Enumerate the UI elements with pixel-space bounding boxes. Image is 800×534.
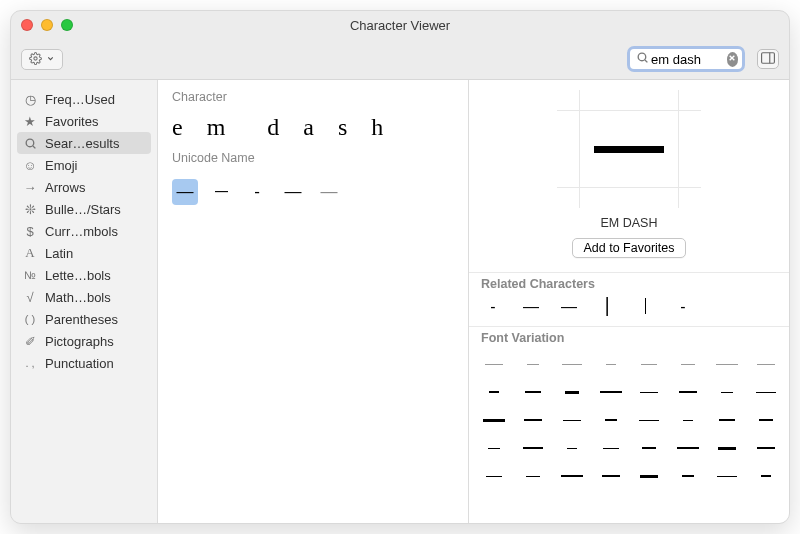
font-variation-label: Font Variation <box>469 326 789 351</box>
clear-search-button[interactable] <box>727 52 738 67</box>
panel-toggle-button[interactable] <box>757 49 779 69</box>
svg-line-8 <box>32 145 34 147</box>
numero-icon: № <box>22 269 38 281</box>
svg-point-7 <box>26 139 34 147</box>
related-char[interactable]: — <box>557 298 581 316</box>
font-variation-glyph[interactable] <box>559 411 585 429</box>
sidebar-item-parentheses[interactable]: ( ) Parentheses <box>17 308 151 330</box>
toolbar <box>11 39 789 80</box>
sidebar-item-emoji[interactable]: ☺ Emoji <box>17 154 151 176</box>
add-to-favorites-button[interactable]: Add to Favorites <box>572 238 685 258</box>
font-variation-glyph[interactable] <box>520 383 546 401</box>
sidebar-item-bullets[interactable]: ❊ Bulle…/Stars <box>17 198 151 220</box>
content-area: ◷ Freq…Used ★ Favorites Sear…esults ☺ Em… <box>11 80 789 523</box>
sidebar-item-pictographs[interactable]: ✐ Pictographs <box>17 330 151 352</box>
font-variation-glyph[interactable] <box>675 383 701 401</box>
sidebar-item-math[interactable]: √ Math…bols <box>17 286 151 308</box>
font-variation-glyph[interactable] <box>598 383 624 401</box>
asterisk-icon: ❊ <box>22 202 38 217</box>
font-variation-glyph[interactable] <box>559 383 585 401</box>
font-variation-glyph[interactable] <box>714 411 740 429</box>
font-variation-glyph[interactable] <box>481 383 507 401</box>
sidebar-item-arrows[interactable]: → Arrows <box>17 176 151 198</box>
character-decomposition: e m d a s h <box>172 114 454 141</box>
font-variation-glyph[interactable] <box>481 411 507 429</box>
sidebar-item-label: Arrows <box>45 180 85 195</box>
sidebar-item-frequent[interactable]: ◷ Freq…Used <box>17 88 151 110</box>
sidebar-item-currency[interactable]: $ Curr…mbols <box>17 220 151 242</box>
dollar-icon: $ <box>22 224 38 239</box>
font-variation-glyph[interactable] <box>520 411 546 429</box>
view-options-button[interactable] <box>21 49 63 70</box>
font-variation-glyph[interactable] <box>714 355 740 373</box>
window-title: Character Viewer <box>11 18 789 33</box>
sidebar-item-favorites[interactable]: ★ Favorites <box>17 110 151 132</box>
font-variation-glyph[interactable] <box>714 383 740 401</box>
related-char[interactable]: - <box>481 298 505 316</box>
star-icon: ★ <box>22 114 38 129</box>
font-variation-glyph[interactable] <box>598 467 624 485</box>
font-variation-glyph[interactable] <box>520 439 546 457</box>
font-variation-glyph[interactable] <box>636 355 662 373</box>
related-char[interactable]: ⎮ <box>595 297 619 316</box>
candidate-glyph[interactable]: ⸺ <box>208 179 234 205</box>
sidebar-item-punctuation[interactable]: . , Punctuation <box>17 352 151 374</box>
font-variation-glyph[interactable] <box>559 467 585 485</box>
font-variation-glyph[interactable] <box>675 355 701 373</box>
font-variation-glyph[interactable] <box>481 355 507 373</box>
font-variation-glyph[interactable] <box>598 439 624 457</box>
sqrt-icon: √ <box>22 290 38 305</box>
sidebar-item-search-results[interactable]: Sear…esults <box>17 132 151 154</box>
font-variation-glyph[interactable] <box>636 439 662 457</box>
font-variation-glyph[interactable] <box>559 355 585 373</box>
font-variation-glyph[interactable] <box>636 467 662 485</box>
decomp-char: m <box>207 114 232 141</box>
font-variation-glyph[interactable] <box>481 439 507 457</box>
font-variation-glyph[interactable] <box>753 467 779 485</box>
svg-line-2 <box>645 60 647 62</box>
font-variation-glyph[interactable] <box>753 355 779 373</box>
font-variation-glyph[interactable] <box>598 411 624 429</box>
font-variation-glyph[interactable] <box>520 467 546 485</box>
font-variation-glyph[interactable] <box>559 439 585 457</box>
font-variation-glyph[interactable] <box>753 411 779 429</box>
candidate-glyph[interactable]: — <box>316 179 342 205</box>
decomp-char: d <box>267 114 285 141</box>
search-field[interactable] <box>627 46 745 72</box>
decomp-char: a <box>303 114 320 141</box>
related-char[interactable]: — <box>519 298 543 316</box>
sidebar-item-label: Math…bols <box>45 290 111 305</box>
sidebar-item-label: Bulle…/Stars <box>45 202 121 217</box>
font-variation-glyph[interactable] <box>520 355 546 373</box>
font-variation-glyph[interactable] <box>598 355 624 373</box>
sidebar-item-label: Curr…mbols <box>45 224 118 239</box>
zoom-window-button[interactable] <box>61 19 73 31</box>
candidate-glyph[interactable]: — <box>280 179 306 205</box>
font-variation-glyph[interactable] <box>753 383 779 401</box>
font-variation-glyph[interactable] <box>753 439 779 457</box>
font-variation-glyph[interactable] <box>675 467 701 485</box>
sidebar-item-label: Latin <box>45 246 73 261</box>
glyph-preview[interactable] <box>557 90 701 208</box>
sidebar-item-latin[interactable]: A Latin <box>17 242 151 264</box>
related-char[interactable]: - <box>671 298 695 316</box>
close-window-button[interactable] <box>21 19 33 31</box>
minimize-window-button[interactable] <box>41 19 53 31</box>
parens-icon: ( ) <box>22 313 38 325</box>
candidate-glyph[interactable]: - <box>244 179 270 205</box>
category-sidebar: ◷ Freq…Used ★ Favorites Sear…esults ☺ Em… <box>11 80 158 523</box>
font-variation-glyph[interactable] <box>636 383 662 401</box>
font-variation-glyph[interactable] <box>714 439 740 457</box>
magnify-icon <box>22 137 38 150</box>
candidate-glyph-selected[interactable]: — <box>172 179 198 205</box>
search-input[interactable] <box>649 52 727 67</box>
sidebar-item-letterlike[interactable]: № Lette…bols <box>17 264 151 286</box>
font-variation-glyph[interactable] <box>675 411 701 429</box>
font-variation-glyph[interactable] <box>714 467 740 485</box>
font-variation-glyph[interactable] <box>636 411 662 429</box>
related-char[interactable]: ￨ <box>633 298 657 316</box>
svg-rect-5 <box>762 52 775 63</box>
font-variation-glyph[interactable] <box>481 467 507 485</box>
svg-point-0 <box>34 56 37 59</box>
font-variation-glyph[interactable] <box>675 439 701 457</box>
